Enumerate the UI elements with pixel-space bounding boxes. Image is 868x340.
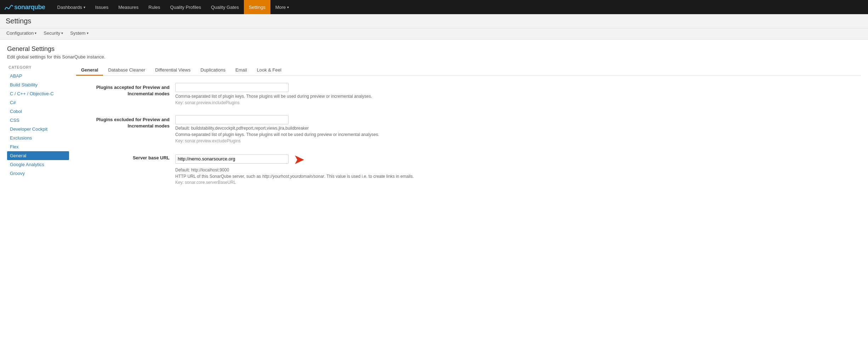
server-base-url-value: ➤ Default: http://localhost:9000 HTTP UR… [175, 153, 861, 185]
nav-items: Dashboards ▾ Issues Measures Rules Quali… [52, 0, 864, 14]
nav-settings[interactable]: Settings [244, 0, 270, 14]
tab-look-and-feel[interactable]: Look & Feel [252, 65, 286, 76]
preview-exclude-label: Plugins excluded for Preview andIncremen… [76, 115, 175, 129]
top-nav: sonarqube Dashboards ▾ Issues Measures R… [0, 0, 868, 14]
category-label: CATEGORY [7, 65, 69, 69]
logo-sonar: sonar [14, 4, 31, 11]
url-row-inner: ➤ [175, 153, 861, 166]
preview-include-label: Plugins accepted for Preview andIncremen… [76, 83, 175, 97]
sidebar-item-cpp[interactable]: C / C++ / Objective-C [7, 89, 69, 98]
tabs: General Database Cleaner Differential Vi… [76, 65, 861, 76]
nav-dashboards[interactable]: Dashboards ▾ [52, 0, 90, 14]
preview-include-input[interactable] [175, 83, 289, 92]
section-description: Edit global settings for this SonarQube … [7, 54, 861, 60]
preview-include-value: Comma-separated list of plugin keys. Tho… [175, 83, 861, 105]
sub-nav-system[interactable]: System ▾ [68, 30, 90, 36]
sidebar-item-cobol[interactable]: Cobol [7, 107, 69, 116]
nav-more[interactable]: More ▾ [270, 0, 294, 14]
server-base-url-label: Server base URL [76, 153, 175, 161]
preview-exclude-input[interactable] [175, 115, 289, 124]
page-header: Settings [0, 14, 868, 28]
nav-measures[interactable]: Measures [113, 0, 143, 14]
main-content: General Settings Edit global settings fo… [0, 40, 868, 200]
nav-rules[interactable]: Rules [143, 0, 165, 14]
logo-qube: qube [31, 4, 45, 11]
server-base-url-key: Key: sonar.core.serverBaseURL [175, 180, 861, 185]
sidebar-item-flex[interactable]: Flex [7, 142, 69, 151]
tab-general[interactable]: General [76, 65, 103, 76]
tab-database-cleaner[interactable]: Database Cleaner [103, 65, 150, 76]
nav-issues[interactable]: Issues [90, 0, 114, 14]
body-layout: CATEGORY ABAP Build Stability C / C++ / … [7, 65, 861, 195]
preview-exclude-help: Comma-separated list of plugin keys. Tho… [175, 132, 861, 138]
preview-include-help: Comma-separated list of plugin keys. Tho… [175, 94, 861, 100]
server-base-url-input[interactable] [175, 154, 289, 164]
section-title: General Settings [7, 45, 861, 53]
sidebar-item-general[interactable]: General [7, 151, 69, 160]
settings-row-preview-exclude: Plugins excluded for Preview andIncremen… [76, 115, 861, 143]
server-base-url-example: http://yourhost.yourdomain/sonar [262, 174, 324, 179]
preview-exclude-value: Default: buildstability,devcockpit,pdfre… [175, 115, 861, 143]
page-title: Settings [6, 17, 862, 25]
sidebar: CATEGORY ABAP Build Stability C / C++ / … [7, 65, 69, 195]
sidebar-item-build-stability[interactable]: Build Stability [7, 80, 69, 89]
tab-email[interactable]: Email [230, 65, 252, 76]
preview-exclude-key: Key: sonar.preview.excludePlugins [175, 138, 861, 143]
logo[interactable]: sonarqube [4, 4, 45, 11]
sidebar-item-developer-cockpit[interactable]: Developer Cockpit [7, 125, 69, 134]
sub-nav: Configuration ▾ Security ▾ System ▾ [0, 28, 868, 40]
sub-nav-configuration[interactable]: Configuration ▾ [4, 30, 39, 36]
preview-exclude-default: Default: buildstability,devcockpit,pdfre… [175, 126, 861, 131]
nav-quality-gates[interactable]: Quality Gates [206, 0, 244, 14]
tab-differential-views[interactable]: Differential Views [150, 65, 195, 76]
sidebar-item-groovy[interactable]: Groovy [7, 169, 69, 178]
sub-nav-security[interactable]: Security ▾ [41, 30, 65, 36]
sidebar-item-csharp[interactable]: C# [7, 98, 69, 107]
sidebar-item-abap[interactable]: ABAP [7, 72, 69, 80]
tab-duplications[interactable]: Duplications [195, 65, 230, 76]
server-base-url-help: HTTP URL of this SonarQube server, such … [175, 174, 861, 180]
preview-include-key: Key: sonar.preview.includePlugins [175, 100, 861, 105]
settings-row-server-base-url: Server base URL ➤ Default: http://localh… [76, 153, 861, 185]
sidebar-item-exclusions[interactable]: Exclusions [7, 134, 69, 142]
settings-row-preview-include: Plugins accepted for Preview andIncremen… [76, 83, 861, 105]
server-base-url-default: Default: http://localhost:9000 [175, 168, 861, 172]
sidebar-item-google-analytics[interactable]: Google Analytics [7, 160, 69, 169]
nav-quality-profiles[interactable]: Quality Profiles [165, 0, 206, 14]
content-area: General Database Cleaner Differential Vi… [76, 65, 861, 195]
red-arrow-icon: ➤ [293, 153, 305, 166]
sidebar-item-css[interactable]: CSS [7, 116, 69, 125]
